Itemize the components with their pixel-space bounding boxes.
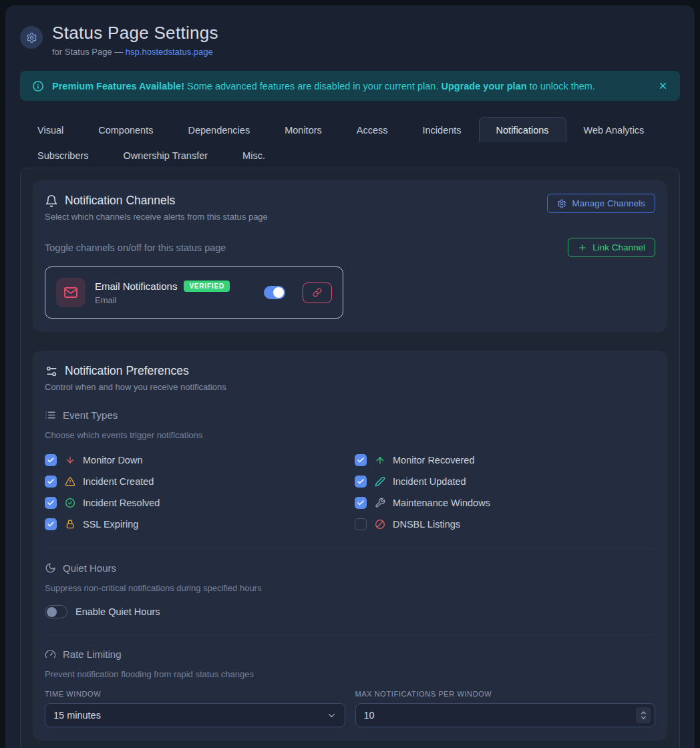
rate-limiting-subtitle: Prevent notification flooding from rapid… [45, 669, 655, 679]
ban-icon [374, 519, 385, 530]
tab-subscribers[interactable]: Subscribers [20, 142, 106, 168]
notifications-tab-panel: Notification Channels Select which chann… [20, 168, 680, 748]
gear-icon [557, 199, 566, 208]
quiet-hours-subtitle: Suppress non-critical notifications duri… [45, 583, 655, 593]
tools-icon [374, 498, 385, 508]
quiet-hours-toggle[interactable] [45, 605, 67, 618]
preferences-section-title: Notification Preferences [65, 364, 189, 378]
event-type-label: SSL Expiring [83, 519, 138, 530]
chevron-down-icon [327, 711, 337, 721]
page-subtitle: for Status Page — hsp.hostedstatus.page [52, 47, 218, 57]
event-type-label: Monitor Recovered [393, 455, 475, 465]
event-type-row: SSL Expiring [45, 514, 345, 535]
time-window-select[interactable]: 15 minutes [45, 703, 345, 727]
channel-name: Email Notifications [95, 280, 177, 292]
event-type-label: Monitor Down [83, 455, 142, 465]
link-channel-button[interactable]: Link Channel [568, 238, 655, 257]
notification-preferences-card: Notification Preferences Control when an… [33, 351, 667, 741]
event-type-row: Incident Created [45, 471, 345, 492]
divider [45, 548, 655, 549]
channels-section-title: Notification Channels [65, 194, 175, 208]
info-icon [32, 80, 44, 92]
tab-row-1: VisualComponentsDependenciesMonitorsAcce… [20, 117, 680, 142]
email-icon [56, 278, 85, 307]
chain-link-icon [313, 288, 322, 297]
event-types-subtitle: Choose which events trigger notification… [45, 430, 655, 440]
close-icon [658, 81, 668, 91]
tab-row-2: SubscribersOwnership TransferMisc. [20, 142, 680, 168]
gear-icon [26, 32, 37, 43]
page-header: Status Page Settings for Status Page — h… [20, 23, 680, 57]
quiet-hours-toggle-label: Enable Quiet Hours [75, 606, 160, 617]
event-checkbox-maintenance-windows[interactable] [355, 497, 367, 509]
preferences-section-subtitle: Control when and how you receive notific… [45, 382, 655, 392]
event-type-label: Maintenance Windows [393, 498, 490, 508]
tab-notifications[interactable]: Notifications [479, 117, 566, 142]
divider [45, 634, 655, 635]
arrow-up-icon [374, 455, 385, 465]
number-stepper[interactable] [636, 707, 651, 723]
event-checkbox-ssl-expiring[interactable] [45, 518, 57, 530]
manage-channels-button[interactable]: Manage Channels [547, 194, 655, 213]
event-checkbox-incident-resolved[interactable] [45, 497, 57, 509]
event-type-row: Monitor Recovered [355, 449, 655, 471]
moon-icon [45, 562, 56, 574]
event-type-label: Incident Resolved [83, 498, 160, 508]
email-channel-card: Email Notifications VERIFIED Email [45, 266, 343, 319]
event-type-row: Maintenance Windows [355, 492, 655, 514]
plus-icon [578, 243, 587, 252]
email-channel-toggle[interactable] [264, 286, 285, 299]
event-type-label: Incident Updated [393, 476, 466, 487]
quiet-hours-title: Quiet Hours [63, 562, 116, 574]
event-types-title: Event Types [63, 409, 118, 421]
premium-banner: Premium Features Available! Some advance… [20, 71, 680, 101]
rate-limiting-title: Rate Limiting [63, 648, 122, 660]
tab-misc[interactable]: Misc. [225, 142, 283, 168]
sliders-icon [45, 365, 58, 378]
tab-ownership-transfer[interactable]: Ownership Transfer [106, 142, 226, 168]
tab-visual[interactable]: Visual [20, 117, 81, 142]
event-type-row: Incident Updated [355, 471, 655, 492]
max-notifications-label: MAX NOTIFICATIONS PER WINDOW [355, 690, 656, 698]
event-type-row: Incident Resolved [45, 492, 345, 514]
premium-banner-text: Premium Features Available! Some advance… [52, 81, 650, 91]
pencil-icon [374, 476, 385, 487]
channel-type: Email [95, 295, 230, 305]
tab-monitors[interactable]: Monitors [267, 117, 339, 142]
event-types-grid: Monitor DownIncident CreatedIncident Res… [45, 449, 655, 535]
tab-web-analytics[interactable]: Web Analytics [566, 117, 662, 142]
max-notifications-input[interactable] [364, 710, 637, 721]
bell-icon [45, 194, 58, 208]
event-type-label: DNSBL Listings [393, 519, 460, 530]
check-circle-icon [64, 498, 75, 508]
settings-avatar [20, 26, 43, 49]
event-checkbox-incident-updated[interactable] [355, 476, 367, 488]
upgrade-plan-link[interactable]: Upgrade your plan [441, 81, 526, 91]
event-checkbox-incident-created[interactable] [45, 476, 57, 488]
event-type-row: DNSBL Listings [355, 514, 655, 535]
event-checkbox-monitor-down[interactable] [45, 454, 57, 466]
banner-close-button[interactable] [658, 81, 668, 91]
max-notifications-field [355, 703, 656, 727]
toggle-channels-hint: Toggle channels on/off for this status p… [45, 242, 226, 253]
stepper-chevrons-icon [640, 711, 647, 720]
lock-icon [64, 519, 75, 530]
settings-tabs: VisualComponentsDependenciesMonitorsAcce… [20, 117, 680, 168]
tab-components[interactable]: Components [81, 117, 170, 142]
tab-incidents[interactable]: Incidents [405, 117, 479, 142]
verified-badge: VERIFIED [184, 280, 230, 292]
event-checkbox-dnsbl-listings[interactable] [355, 518, 367, 530]
channels-section-subtitle: Select which channels receive alerts fro… [45, 212, 268, 222]
page-title: Status Page Settings [52, 23, 218, 43]
event-checkbox-monitor-recovered[interactable] [355, 454, 367, 466]
status-page-url-link[interactable]: hsp.hostedstatus.page [126, 47, 213, 57]
arrow-down-icon [64, 455, 75, 465]
tab-dependencies[interactable]: Dependencies [170, 117, 267, 142]
list-icon [45, 409, 56, 421]
warning-icon [64, 476, 75, 487]
status-page-settings-window: Status Page Settings for Status Page — h… [5, 5, 695, 748]
time-window-label: TIME WINDOW [45, 690, 345, 698]
notification-channels-card: Notification Channels Select which chann… [33, 180, 667, 332]
channel-link-button[interactable] [303, 283, 332, 303]
tab-access[interactable]: Access [339, 117, 405, 142]
